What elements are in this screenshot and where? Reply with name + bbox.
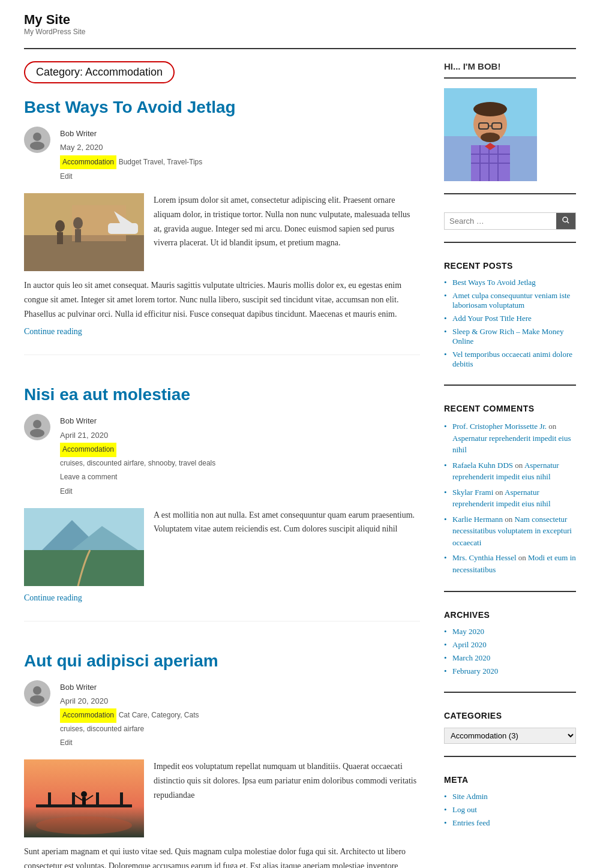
svg-point-26 (81, 791, 87, 797)
comment-3-author[interactable]: Karlie Hermann (452, 515, 503, 524)
svg-point-37 (473, 102, 507, 116)
post-1-title[interactable]: Best Ways To Avoid Jetlag (24, 98, 420, 117)
post-1-meta: Bob Writer May 2, 2020 Accommodation Bud… (24, 127, 420, 184)
post-2-leave-comment[interactable]: Leave a comment (60, 473, 117, 481)
comment-1-author[interactable]: Rafaela Kuhn DDS (452, 461, 513, 470)
post-2-author[interactable]: Bob Writer (60, 414, 215, 428)
post-2-title-link[interactable]: Nisi ea aut molestiae (24, 385, 190, 404)
svg-point-36 (481, 133, 500, 142)
post-2-category-highlight[interactable]: Accommodation (60, 443, 116, 457)
recent-post-3[interactable]: Sleep & Grow Rich – Make Money Online (444, 327, 576, 346)
recent-post-2[interactable]: Add Your Post Title Here (444, 314, 576, 323)
post-2-edit[interactable]: Edit (60, 487, 73, 495)
sidebar: HI... I'M BOB! (444, 61, 576, 868)
post-3-meta-info: Bob Writer April 20, 2020 Accommodation … (60, 680, 199, 750)
comment-4: Mrs. Cynthia Hessel on Modi et eum in ne… (444, 552, 576, 575)
categories-widget: CATEGORIES Accommodation (3) (444, 711, 576, 757)
archives-widget: ARCHIVES May 2020 April 2020 March 2020 … (444, 610, 576, 693)
archive-1-link[interactable]: April 2020 (452, 640, 487, 649)
post-3-edit[interactable]: Edit (60, 738, 73, 747)
archive-2-link[interactable]: March 2020 (452, 653, 490, 662)
category-heading: Category: Accommodation (24, 61, 175, 83)
post-2-title[interactable]: Nisi ea aut molestiae (24, 385, 420, 404)
recent-post-4-link[interactable]: Vel temporibus occaecati animi dolore de… (452, 350, 572, 368)
post-2-body: A est mollitia non aut nulla. Est amet c… (24, 508, 420, 586)
post-3-title-link[interactable]: Aut qui adipisci aperiam (24, 651, 218, 670)
comment-0: Prof. Cristopher Morissette Jr. on Asper… (444, 421, 576, 456)
archive-2[interactable]: March 2020 (444, 653, 576, 663)
meta-2[interactable]: Entries feed (444, 818, 576, 828)
recent-posts-list: Best Ways To Avoid Jetlag Amet culpa con… (444, 278, 576, 369)
meta-1[interactable]: Log out (444, 805, 576, 815)
svg-point-20 (36, 816, 132, 834)
post-2-categories: Accommodation (60, 442, 215, 457)
post-1-category-highlight[interactable]: Accommodation (60, 155, 116, 170)
site-title[interactable]: My Site (24, 12, 576, 28)
svg-point-0 (33, 133, 41, 141)
recent-post-1[interactable]: Amet culpa consequuntur veniam iste labo… (444, 291, 576, 310)
meta-entries-feed-link[interactable]: Entries feed (452, 818, 490, 827)
svg-rect-14 (24, 550, 144, 586)
search-box[interactable] (444, 212, 576, 230)
comment-4-author[interactable]: Mrs. Cynthia Hessel (452, 553, 517, 562)
archive-0-link[interactable]: May 2020 (452, 627, 484, 636)
post-3-author[interactable]: Bob Writer (60, 680, 199, 694)
recent-post-3-link[interactable]: Sleep & Grow Rich – Make Money Online (452, 327, 564, 346)
svg-rect-23 (72, 792, 75, 807)
post-3-title[interactable]: Aut qui adipisci aperiam (24, 651, 420, 671)
archive-0[interactable]: May 2020 (444, 627, 576, 636)
post-3-excerpt: Impedit eos voluptatum repellat numquam … (154, 759, 420, 837)
post-2: Nisi ea aut molestiae Bob Writer April 2… (24, 385, 420, 621)
bob-heading: HI... I'M BOB! (444, 61, 576, 71)
recent-post-0[interactable]: Best Ways To Avoid Jetlag (444, 278, 576, 287)
post-3-categories: Accommodation Cat Care, Category, Cats (60, 708, 199, 723)
svg-point-12 (30, 429, 44, 437)
meta-list: Site Admin Log out Entries feed (444, 792, 576, 828)
recent-comments-title: RECENT COMMENTS (444, 404, 576, 413)
search-input[interactable] (445, 213, 556, 229)
svg-point-5 (55, 220, 65, 232)
recent-post-2-link[interactable]: Add Your Post Title Here (452, 314, 532, 323)
post-1-tags: Budget Travel, Travel-Tips (119, 158, 203, 166)
post-1-edit[interactable]: Edit (60, 172, 73, 181)
archive-3[interactable]: February 2020 (444, 666, 576, 676)
search-widget (444, 212, 576, 243)
svg-point-1 (30, 142, 44, 150)
recent-post-4[interactable]: Vel temporibus occaecati animi dolore de… (444, 350, 576, 369)
meta-site-admin-link[interactable]: Site Admin (452, 792, 488, 801)
recent-posts-widget: RECENT POSTS Best Ways To Avoid Jetlag A… (444, 261, 576, 386)
post-3-tags3: cruises, discounted airfare (60, 723, 199, 736)
comment-0-link[interactable]: Aspernatur reprehenderit impedit eius ni… (452, 434, 571, 455)
post-2-continue[interactable]: Continue reading (24, 593, 420, 603)
post-1-body: Lorem ipsum dolor sit amet, consectetur … (24, 193, 420, 271)
svg-rect-25 (120, 792, 123, 807)
meta-logout-link[interactable]: Log out (452, 805, 477, 814)
post-3-date: April 20, 2020 (60, 694, 199, 708)
comment-2: Skylar Frami on Aspernatur reprehenderit… (444, 486, 576, 510)
recent-post-1-link[interactable]: Amet culpa consequuntur veniam iste labo… (452, 291, 570, 310)
post-1-meta-info: Bob Writer May 2, 2020 Accommodation Bud… (60, 127, 202, 184)
archive-1[interactable]: April 2020 (444, 640, 576, 650)
archive-3-link[interactable]: February 2020 (452, 666, 498, 675)
search-button[interactable] (556, 213, 575, 229)
meta-0[interactable]: Site Admin (444, 792, 576, 801)
comment-2-author[interactable]: Skylar Frami (452, 488, 493, 497)
svg-rect-24 (96, 792, 99, 807)
comment-3: Karlie Hermann on Nam consectetur necess… (444, 513, 576, 549)
post-1-author[interactable]: Bob Writer (60, 127, 202, 140)
recent-comments-list: Prof. Cristopher Morissette Jr. on Asper… (444, 421, 576, 575)
post-1-continue[interactable]: Continue reading (24, 327, 82, 336)
recent-post-0-link[interactable]: Best Ways To Avoid Jetlag (452, 278, 536, 287)
categories-select[interactable]: Accommodation (3) (444, 728, 576, 744)
post-1-title-link[interactable]: Best Ways To Avoid Jetlag (24, 98, 236, 116)
archives-title: ARCHIVES (444, 610, 576, 620)
post-2-meta: Bob Writer April 21, 2020 Accommodation … (24, 414, 420, 498)
recent-posts-title: RECENT POSTS (444, 261, 576, 271)
post-1-date: May 2, 2020 (60, 140, 202, 154)
svg-rect-10 (108, 223, 138, 234)
meta-widget: META Site Admin Log out Entries feed (444, 775, 576, 843)
comment-0-author[interactable]: Prof. Cristopher Morissette Jr. (452, 422, 547, 431)
post-2-excerpt: A est mollitia non aut nulla. Est amet c… (154, 508, 420, 586)
post-3-category-highlight[interactable]: Accommodation (60, 708, 116, 723)
post-2-image (24, 508, 144, 586)
